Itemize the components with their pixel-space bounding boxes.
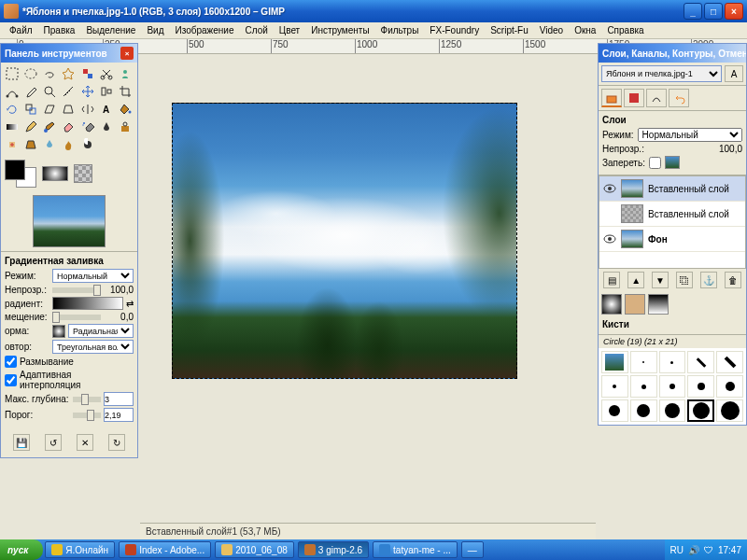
pencil-tool[interactable] (22, 119, 39, 135)
align-tool[interactable] (98, 83, 115, 100)
paintbrush-tool[interactable] (41, 119, 58, 135)
menu-color[interactable]: Цвет (274, 23, 305, 37)
visibility-icon[interactable] (603, 234, 616, 244)
color-select-tool[interactable] (79, 65, 96, 82)
scale-tool[interactable] (22, 101, 39, 118)
maxdepth-input[interactable] (104, 392, 134, 406)
opts-restore-icon[interactable]: ↺ (45, 434, 62, 451)
tray-icon[interactable]: 🛡 (704, 545, 713, 555)
tab-layers[interactable] (601, 89, 622, 107)
pattern-swatch[interactable] (601, 294, 622, 315)
shear-tool[interactable] (41, 101, 58, 118)
paths-tool[interactable] (4, 83, 21, 100)
menu-select[interactable]: Выделение (80, 23, 141, 37)
adaptive-checkbox[interactable] (5, 374, 17, 386)
menu-layer[interactable]: Слой (239, 23, 273, 37)
minimize-button[interactable]: _ (684, 3, 702, 20)
canvas-image[interactable] (172, 103, 517, 379)
menu-tools[interactable]: Инструменты (305, 23, 374, 37)
eraser-tool[interactable] (60, 119, 77, 135)
fuzzy-select-tool[interactable] (60, 65, 77, 82)
ellipse-select-tool[interactable] (22, 65, 39, 82)
shape-select[interactable]: Радиальная (68, 324, 134, 338)
close-button[interactable]: × (725, 3, 743, 20)
ink-tool[interactable] (98, 119, 115, 135)
active-gradient-swatch[interactable] (42, 166, 68, 181)
clone-tool[interactable] (117, 119, 134, 135)
brush-item[interactable] (716, 399, 743, 422)
flip-tool[interactable] (79, 101, 96, 118)
brush-item[interactable] (601, 375, 628, 398)
blur-tool[interactable] (41, 136, 58, 153)
gradient-tool[interactable] (4, 119, 21, 135)
opts-delete-icon[interactable]: ✕ (77, 434, 93, 451)
lasso-tool[interactable] (41, 65, 58, 82)
dock-title[interactable]: Слои, Каналы, Контуры, Отмена... (599, 44, 746, 63)
taskbar-item[interactable]: Index - Adobe... (119, 541, 211, 558)
brush-item[interactable] (630, 351, 657, 373)
offset-slider[interactable] (52, 315, 101, 320)
brush-item[interactable] (601, 351, 628, 373)
airbrush-tool[interactable] (79, 119, 96, 135)
tab-paths[interactable] (646, 89, 667, 107)
taskbar-item[interactable]: — (461, 541, 484, 558)
image-selector[interactable]: Яблоня и пчелка.jpg-1 (601, 65, 722, 82)
taskbar-item[interactable]: 3 gimp-2.6 (298, 541, 369, 558)
dodge-burn-tool[interactable] (79, 136, 96, 153)
layer-mode-select[interactable]: Нормальный (638, 128, 742, 142)
toolbox-close-button[interactable]: × (120, 47, 134, 60)
threshold-input[interactable] (104, 408, 134, 422)
menu-video[interactable]: Video (534, 23, 569, 37)
start-button[interactable]: пуск (0, 539, 43, 560)
brush-item[interactable] (687, 351, 714, 373)
brush-item[interactable] (659, 375, 686, 398)
layer-item[interactable]: Вставленный слой (599, 176, 745, 202)
smudge-tool[interactable] (60, 136, 77, 153)
rect-select-tool[interactable] (4, 65, 21, 82)
gradient-reverse-icon[interactable]: ⇄ (126, 299, 134, 309)
image-thumbnail[interactable] (33, 195, 106, 247)
dither-checkbox[interactable] (5, 356, 17, 368)
menu-windows[interactable]: Окна (569, 23, 601, 37)
color-picker-tool[interactable] (22, 83, 39, 100)
raise-layer-button[interactable]: ▲ (627, 272, 644, 288)
lang-indicator[interactable]: RU (670, 545, 684, 555)
tray-icon[interactable]: 🔊 (688, 545, 699, 555)
menu-help[interactable]: Справка (601, 23, 649, 37)
brush-item[interactable] (659, 399, 686, 422)
opts-reset-icon[interactable]: ↻ (108, 434, 125, 451)
auto-button[interactable]: А (725, 65, 743, 82)
fg-color-swatch[interactable] (5, 160, 25, 180)
layer-item[interactable]: Фон (599, 227, 745, 252)
mode-select[interactable]: Нормальный (52, 269, 134, 283)
threshold-slider[interactable] (73, 413, 101, 418)
menu-edit[interactable]: Правка (38, 23, 81, 37)
menu-scriptfu[interactable]: Script-Fu (485, 23, 534, 37)
brush-item[interactable] (601, 399, 628, 422)
menu-view[interactable]: Вид (141, 23, 169, 37)
delete-layer-button[interactable]: 🗑 (725, 272, 741, 288)
perspective-clone-tool[interactable] (22, 136, 39, 153)
lower-layer-button[interactable]: ▼ (652, 272, 669, 288)
brush-item[interactable] (716, 351, 743, 373)
tab-undo[interactable] (669, 89, 689, 107)
rotate-tool[interactable] (4, 101, 21, 118)
taskbar-item[interactable]: tatyan-me - ... (373, 541, 458, 558)
menu-fxfoundry[interactable]: FX-Foundry (424, 23, 485, 37)
move-tool[interactable] (79, 83, 96, 100)
heal-tool[interactable] (4, 136, 21, 153)
menu-file[interactable]: Файл (4, 23, 38, 37)
opts-save-icon[interactable]: 💾 (13, 434, 30, 451)
zoom-tool[interactable] (41, 83, 58, 100)
menu-filters[interactable]: Фильтры (375, 23, 425, 37)
layer-item[interactable]: Вставленный слой (599, 202, 745, 227)
brush-item[interactable] (687, 375, 714, 398)
scissors-tool[interactable] (98, 65, 115, 82)
duplicate-layer-button[interactable]: ⿻ (676, 272, 693, 288)
brush-item[interactable] (687, 399, 714, 422)
text-tool[interactable]: A (98, 101, 115, 118)
toolbox-titlebar[interactable]: Панель инструментов × (1, 44, 137, 63)
taskbar-item[interactable]: 2010_06_08 (215, 541, 294, 558)
bucket-fill-tool[interactable] (117, 101, 134, 118)
crop-tool[interactable] (117, 83, 134, 100)
